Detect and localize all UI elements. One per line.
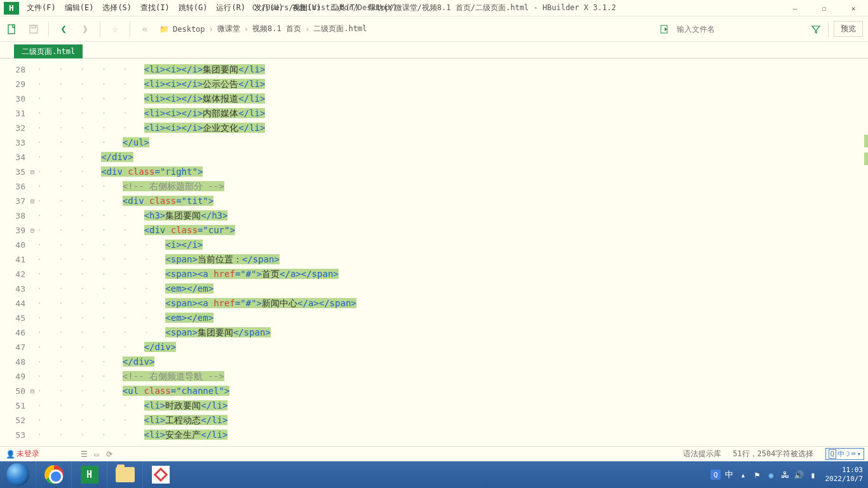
minimap[interactable] — [863, 58, 868, 447]
tray-network-icon[interactable]: 🖧 — [779, 470, 790, 480]
folder-icon: 📁 — [159, 25, 169, 34]
taskbar-explorer[interactable] — [107, 461, 142, 488]
ime-widget[interactable]: Q 中 ☽ ⌨ ▾ — [825, 448, 865, 460]
chevron-down-icon: ▾ — [857, 450, 861, 458]
svg-rect-2 — [32, 25, 36, 28]
cursor-position: 51行，2504字符被选择 — [733, 449, 813, 459]
filter-icon[interactable] — [809, 22, 823, 36]
tray-clock[interactable]: 11:032022/10/7 — [821, 466, 867, 484]
hbuilder-icon: H — [81, 466, 98, 484]
menubar: H 文件(F)编辑(E)选择(S)查找(I)跳转(G)运行(R)发行(U)视图(… — [0, 0, 868, 17]
code-content[interactable]: · · · · · <li><i></i>集团要闻</li>· · · · · … — [37, 58, 863, 447]
menu-item[interactable]: 选择(S) — [98, 0, 135, 16]
favorite-icon[interactable]: ☆ — [108, 22, 122, 36]
search-input[interactable] — [677, 25, 804, 34]
breadcrumb-item[interactable]: 微课堂 — [217, 24, 240, 34]
taskbar-hbuilder[interactable]: H — [71, 461, 107, 488]
svg-rect-0 — [8, 25, 15, 34]
syntax-hint[interactable]: 语法提示库 — [683, 449, 721, 459]
tray-volume-icon[interactable]: 🔊 — [793, 470, 804, 480]
folder-icon — [116, 467, 135, 482]
tray-lang[interactable]: 中 — [723, 469, 735, 480]
breadcrumb-item[interactable]: Desktop — [173, 25, 205, 34]
menu-item[interactable]: 编辑(E) — [61, 0, 98, 16]
tray-battery-icon[interactable]: ▮ — [807, 470, 818, 480]
maximize-button[interactable]: ☐ — [810, 0, 839, 17]
list-icon[interactable]: ☰ — [78, 450, 90, 459]
nav-back-icon[interactable]: ❮ — [57, 22, 71, 36]
line-gutter: 2829303132333435363738394041424344454647… — [0, 58, 31, 447]
chrome-icon — [44, 465, 64, 484]
menu-item[interactable]: 查找(I) — [137, 0, 173, 16]
new-file-icon[interactable] — [5, 22, 19, 36]
app-logo-icon: H — [4, 2, 19, 15]
user-icon[interactable]: 👤 — [4, 450, 17, 459]
tray-chevron-icon[interactable]: ▴ — [737, 470, 749, 480]
file-tab[interactable]: 二级页面.html — [14, 44, 83, 58]
menu-item[interactable]: 运行(R) — [212, 0, 249, 16]
keyboard-icon: ⌨ — [851, 450, 856, 458]
tray-security-icon[interactable]: ◉ — [765, 470, 776, 480]
taskbar: H Q 中 ▴ ⚑ ◉ 🖧 🔊 ▮ 11:032022/10/7 — [0, 461, 868, 488]
minimize-button[interactable]: — — [780, 0, 810, 17]
app-icon — [152, 466, 170, 484]
tray-q-icon[interactable]: Q — [710, 470, 721, 480]
menu-item[interactable]: 文件(F) — [23, 0, 60, 16]
breadcrumb-item[interactable]: 视频8.1 首页 — [252, 24, 301, 34]
tray-flag-icon[interactable]: ⚑ — [751, 470, 763, 480]
taskbar-app[interactable] — [142, 461, 178, 488]
nav-breadcrumb-back-icon[interactable]: « — [138, 22, 152, 36]
nav-forward-icon[interactable]: ❯ — [78, 22, 92, 36]
save-icon[interactable] — [27, 22, 41, 36]
sync-icon[interactable]: ⟳ — [103, 450, 116, 459]
code-editor[interactable]: 2829303132333435363738394041424344454647… — [0, 58, 868, 447]
menu-item[interactable]: 跳转(G) — [175, 0, 212, 16]
taskbar-chrome[interactable] — [36, 461, 71, 488]
terminal-icon[interactable]: ▭ — [90, 450, 103, 459]
play-icon[interactable] — [658, 22, 672, 36]
windows-logo-icon — [6, 463, 29, 486]
breadcrumb-item[interactable]: 二级页面.html — [313, 24, 367, 34]
system-tray: Q 中 ▴ ⚑ ◉ 🖧 🔊 ▮ 11:032022/10/7 — [710, 466, 868, 484]
login-status[interactable]: 未登录 — [17, 449, 39, 459]
preview-button[interactable]: 预览 — [834, 21, 863, 37]
tab-bar: 二级页面.html — [0, 42, 868, 58]
toolbar: ❮ ❯ ☆ « 📁 Desktop› 微课堂› 视频8.1 首页› 二级页面.h… — [0, 17, 868, 42]
status-bar: 👤 未登录 ☰ ▭ ⟳ 语法提示库 51行，2504字符被选择 Q 中 ☽ ⌨ … — [0, 446, 868, 461]
breadcrumb: 📁 Desktop› 微课堂› 视频8.1 首页› 二级页面.html — [159, 24, 367, 34]
start-button[interactable] — [0, 461, 36, 488]
svg-rect-1 — [30, 25, 37, 33]
close-button[interactable]: ✕ — [839, 0, 868, 17]
window-title: C:/Users/Administrator/Desktop/微课堂/视频8.1… — [252, 3, 616, 13]
fold-column[interactable]: ⊟⊟⊟⊟ — [31, 58, 37, 447]
